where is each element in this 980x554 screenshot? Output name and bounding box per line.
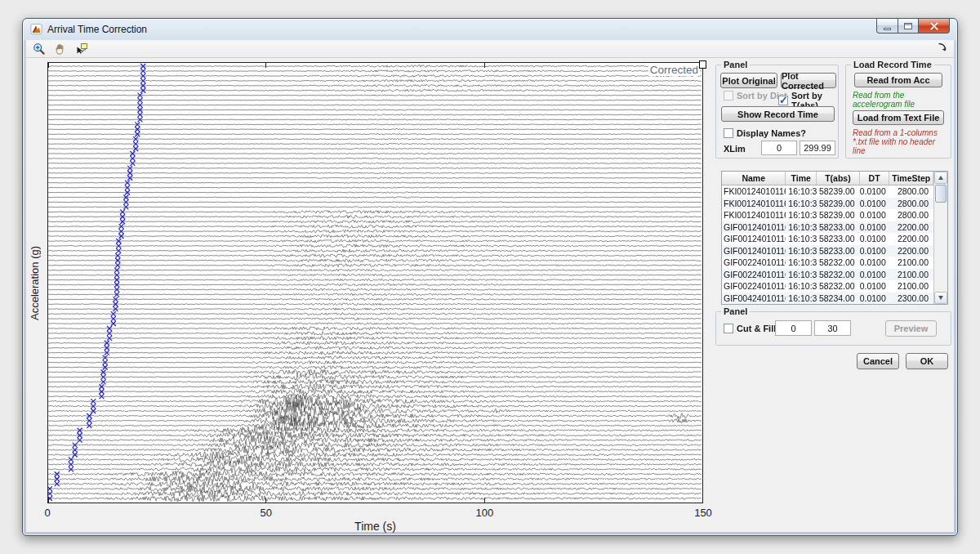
x-tick-label: 150 bbox=[694, 507, 712, 519]
titlebar[interactable]: Arrival Time Correction bbox=[23, 19, 957, 40]
table-cell: 2100.00 bbox=[889, 270, 933, 279]
table-row[interactable]: FKI0012401011610....16:10:3958239.000.01… bbox=[722, 185, 933, 198]
x-tick-label: 50 bbox=[260, 507, 271, 519]
data-cursor-tool-button[interactable] bbox=[74, 41, 90, 56]
table-cell: 58233.00 bbox=[817, 222, 860, 232]
arrival-time-correction-window: Arrival Time Correction bbox=[22, 18, 958, 536]
minimize-icon bbox=[884, 28, 891, 30]
display-names-box bbox=[724, 128, 733, 138]
table-cell: 16:10:39 bbox=[786, 186, 817, 196]
table-row[interactable]: GIF0012401011610....16:10:3358233.000.01… bbox=[722, 221, 933, 234]
table-cell: GIF0022401011610.... bbox=[722, 270, 786, 279]
table-cell: 0.0100 bbox=[860, 293, 890, 303]
table-cell: 0.0100 bbox=[860, 257, 890, 267]
display-names-checkbox[interactable]: Display Names? bbox=[724, 128, 806, 138]
preview-button[interactable]: Preview bbox=[885, 320, 937, 337]
close-button[interactable] bbox=[918, 19, 950, 34]
plot-corrected-button[interactable]: Plot Corrected bbox=[781, 73, 836, 88]
read-from-acc-button[interactable]: Read from Acc bbox=[854, 73, 942, 87]
table-cell: 16:10:32 bbox=[786, 281, 817, 291]
table-cell: FKI0012401011610.... bbox=[722, 210, 786, 220]
x-tick-label: 0 bbox=[44, 507, 50, 519]
cut-to-input[interactable] bbox=[814, 320, 851, 336]
cancel-button[interactable]: Cancel bbox=[857, 353, 899, 369]
table-column-header[interactable]: Name bbox=[722, 172, 786, 185]
maximize-button[interactable] bbox=[898, 19, 919, 34]
table-row[interactable]: GIF0042401011610....16:10:3458234.000.01… bbox=[722, 293, 933, 305]
table-cell: 2200.00 bbox=[889, 234, 933, 243]
table-column-header[interactable]: T(abs) bbox=[817, 172, 860, 185]
scrollbar-thumb[interactable] bbox=[935, 185, 947, 203]
record-table-main: NameTimeT(abs)DTTimeStep FKI001240101161… bbox=[722, 172, 933, 304]
zoom-in-tool-button[interactable] bbox=[31, 41, 47, 56]
table-row[interactable]: GIF0012401011610....16:10:3358233.000.01… bbox=[722, 233, 933, 245]
panel-group-title: Panel bbox=[721, 60, 750, 69]
table-row[interactable]: GIF0022401011610....16:10:3258232.000.01… bbox=[722, 269, 933, 281]
pan-tool-button[interactable] bbox=[52, 41, 69, 56]
table-scrollbar[interactable] bbox=[933, 172, 947, 304]
table-row[interactable]: GIF0022401011610....16:10:3258232.000.01… bbox=[722, 280, 933, 293]
trace-plot-axes[interactable]: Corrected bbox=[47, 62, 703, 503]
table-column-header[interactable]: TimeStep bbox=[889, 172, 933, 185]
show-record-time-button[interactable]: Show Record Time bbox=[721, 106, 835, 122]
table-cell: 2800.00 bbox=[889, 199, 933, 208]
table-cell: 58234.00 bbox=[817, 293, 860, 303]
window-controls bbox=[877, 19, 950, 34]
table-cell: 58233.00 bbox=[817, 246, 860, 256]
table-row[interactable]: GIF0012401011610....16:10:3358233.000.01… bbox=[722, 245, 933, 257]
table-cell: 58232.00 bbox=[817, 281, 860, 291]
table-column-header[interactable]: DT bbox=[860, 172, 890, 185]
plot-original-button[interactable]: Plot Original bbox=[720, 73, 777, 88]
table-cell: GIF0012401011610.... bbox=[722, 234, 786, 243]
table-cell: 0.0100 bbox=[860, 281, 890, 291]
table-cell: 0.0100 bbox=[860, 222, 890, 232]
table-cell: 0.0100 bbox=[860, 234, 890, 243]
load-from-text-button[interactable]: Load from Text File bbox=[853, 110, 944, 125]
display-names-label: Display Names? bbox=[737, 128, 806, 138]
scroll-up-button[interactable] bbox=[934, 172, 947, 184]
scroll-up-icon bbox=[938, 176, 943, 180]
maximize-icon bbox=[904, 23, 912, 29]
xlim-max-input[interactable] bbox=[800, 141, 835, 155]
table-cell: 2800.00 bbox=[889, 210, 933, 220]
table-body: FKI0012401011610....16:10:3958239.000.01… bbox=[722, 185, 933, 304]
table-row[interactable]: GIF0022401011610....16:10:3258232.000.01… bbox=[722, 257, 933, 269]
minimize-button[interactable] bbox=[876, 19, 898, 34]
table-cell: 0.0100 bbox=[860, 246, 890, 256]
table-row[interactable]: FKI0012401011610....16:10:3958239.000.01… bbox=[722, 198, 933, 210]
xlim-min-input[interactable] bbox=[761, 141, 797, 155]
table-cell: 2300.00 bbox=[889, 293, 933, 303]
table-row[interactable]: FKI0012401011610....16:10:3958239.000.01… bbox=[722, 209, 933, 221]
scroll-down-button[interactable] bbox=[934, 292, 947, 304]
table-cell: 16:10:39 bbox=[786, 199, 817, 208]
table-cell: GIF0022401011610.... bbox=[722, 281, 786, 291]
ok-button[interactable]: OK bbox=[906, 353, 948, 369]
table-cell: GIF0042401011610.... bbox=[722, 293, 786, 303]
table-cell: 16:10:33 bbox=[786, 222, 817, 232]
table-column-header[interactable]: Time bbox=[786, 172, 817, 185]
table-cell: FKI0012401011610.... bbox=[722, 199, 786, 208]
cut-from-input[interactable] bbox=[775, 320, 812, 336]
table-cell: 58239.00 bbox=[817, 199, 860, 208]
data-cursor-icon bbox=[75, 42, 88, 56]
sort-by-dist-box bbox=[724, 91, 733, 101]
figure-toolbar bbox=[26, 40, 954, 58]
cut-fill-checkbox[interactable]: Cut & Fill bbox=[724, 324, 776, 333]
corrected-label: Corrected bbox=[648, 64, 700, 76]
load-record-time-title: Load Record Time bbox=[851, 60, 934, 69]
cut-fill-label: Cut & Fill bbox=[737, 324, 776, 333]
pan-hand-icon bbox=[54, 42, 67, 56]
x-axis-label: Time (s) bbox=[47, 520, 703, 533]
table-cell: 16:10:34 bbox=[786, 293, 817, 303]
plot-corner-handle bbox=[699, 60, 706, 69]
table-cell: 58232.00 bbox=[817, 270, 860, 279]
matlab-icon bbox=[30, 24, 42, 35]
close-icon bbox=[929, 21, 938, 30]
table-cell: 16:10:39 bbox=[786, 210, 817, 220]
trace-plot-canvas[interactable] bbox=[47, 62, 703, 503]
dock-figure-icon[interactable] bbox=[937, 42, 948, 53]
figure-client-area: Corrected Acceleration (g) 050100150 Tim… bbox=[26, 58, 954, 532]
table-cell: 16:10:32 bbox=[786, 257, 817, 267]
x-tick-label: 100 bbox=[475, 507, 493, 519]
scroll-down-icon bbox=[938, 296, 943, 300]
